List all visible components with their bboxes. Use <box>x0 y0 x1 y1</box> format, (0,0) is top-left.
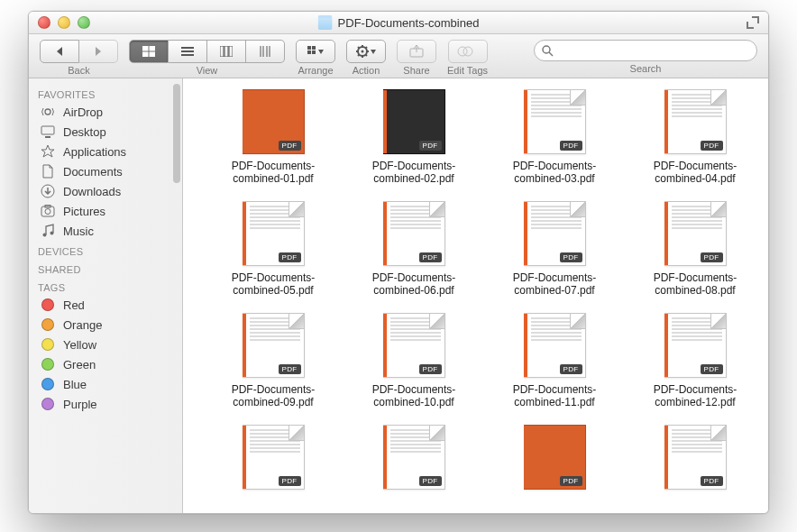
arrange-icon <box>307 46 324 57</box>
sidebar-item-label: Pictures <box>63 205 105 218</box>
sidebar-item-downloads[interactable]: Downloads <box>29 181 182 201</box>
svg-line-29 <box>366 47 368 49</box>
close-window-button[interactable] <box>38 16 50 29</box>
column-view-button[interactable] <box>207 40 246 63</box>
tag-dot-icon <box>41 298 54 311</box>
sidebar-tag-label: Green <box>63 358 96 371</box>
pdf-thumbnail-icon: PDF <box>383 89 445 154</box>
pdf-thumbnail-icon: PDF <box>524 89 586 154</box>
pdf-badge: PDF <box>279 364 301 374</box>
svg-marker-20 <box>318 50 324 54</box>
pdf-badge: PDF <box>701 141 723 151</box>
sidebar-item-pictures[interactable]: Pictures <box>29 201 182 221</box>
list-icon <box>181 46 194 57</box>
svg-rect-11 <box>229 46 233 57</box>
sidebar-header-shared: SHARED <box>29 259 182 277</box>
action-button[interactable] <box>346 40 386 63</box>
svg-rect-18 <box>307 50 311 54</box>
file-item[interactable]: PDFPDF-Documents-combined-09.pdf <box>210 313 336 408</box>
pdf-thumbnail-icon: PDF <box>524 313 586 378</box>
pictures-icon <box>40 204 56 218</box>
edit-tags-button[interactable] <box>448 40 488 63</box>
file-item[interactable]: PDFPDF-Documents-combined-08.pdf <box>632 201 758 297</box>
svg-rect-5 <box>150 52 155 57</box>
svg-point-45 <box>45 209 50 215</box>
file-item[interactable]: PDF <box>210 425 336 495</box>
pdf-badge: PDF <box>701 476 723 486</box>
file-item[interactable]: PDFPDF-Documents-combined-05.pdf <box>210 201 336 297</box>
file-name: PDF-Documents-combined-09.pdf <box>210 383 336 408</box>
arrange-button[interactable] <box>296 40 335 63</box>
file-item[interactable]: PDFPDF-Documents-combined-04.pdf <box>632 89 758 185</box>
minimize-window-button[interactable] <box>58 16 70 29</box>
sidebar-tag-orange[interactable]: Orange <box>29 315 182 335</box>
toolbar: Back <box>29 34 768 78</box>
sidebar-tag-blue[interactable]: Blue <box>29 374 182 394</box>
window-body: FAVORITES AirDropDesktopApplicationsDocu… <box>29 78 768 513</box>
pdf-badge: PDF <box>419 364 442 374</box>
share-icon <box>409 45 424 58</box>
sidebar-item-label: AirDrop <box>63 105 103 119</box>
file-item[interactable]: PDF <box>491 425 618 495</box>
file-item[interactable]: PDFPDF-Documents-combined-11.pdf <box>491 313 618 408</box>
search-label: Search <box>630 63 662 74</box>
sidebar-item-documents[interactable]: Documents <box>29 161 182 181</box>
pdf-thumbnail-icon: PDF <box>383 201 445 266</box>
forward-button[interactable] <box>79 40 118 63</box>
file-name: PDF-Documents-combined-01.pdf <box>210 160 336 185</box>
svg-point-34 <box>458 47 467 56</box>
file-name: PDF-Documents-combined-07.pdf <box>491 271 618 297</box>
file-item[interactable]: PDFPDF-Documents-combined-12.pdf <box>632 313 758 408</box>
file-item[interactable]: PDF <box>351 425 477 495</box>
sidebar-item-label: Music <box>63 225 94 238</box>
sidebar-item-apps[interactable]: Applications <box>29 142 182 161</box>
sidebar-scrollbar[interactable] <box>173 84 180 183</box>
pdf-badge: PDF <box>279 476 301 486</box>
share-button[interactable] <box>397 40 436 63</box>
zoom-window-button[interactable] <box>78 16 90 29</box>
file-item[interactable]: PDFPDF-Documents-combined-10.pdf <box>351 313 477 408</box>
svg-rect-39 <box>41 126 54 134</box>
sidebar-item-desktop[interactable]: Desktop <box>29 122 182 142</box>
svg-line-28 <box>366 55 368 57</box>
icon-view-button[interactable] <box>129 40 169 63</box>
sidebar-tag-yellow[interactable]: Yellow <box>29 335 182 354</box>
file-item[interactable]: PDFPDF-Documents-combined-02.pdf <box>351 89 477 185</box>
documents-icon <box>40 164 56 179</box>
file-item[interactable]: PDFPDF-Documents-combined-03.pdf <box>491 89 618 185</box>
svg-rect-2 <box>142 46 148 50</box>
sidebar-header-favorites: FAVORITES <box>29 84 182 102</box>
sidebar: FAVORITES AirDropDesktopApplicationsDocu… <box>29 78 183 513</box>
forward-icon <box>94 46 103 57</box>
finder-window: PDF-Documents-combined Back <box>28 11 769 514</box>
svg-point-22 <box>362 50 364 53</box>
search-input[interactable] <box>554 43 749 58</box>
file-item[interactable]: PDF <box>632 425 758 495</box>
file-browser[interactable]: PDFPDF-Documents-combined-01.pdfPDFPDF-D… <box>183 78 768 513</box>
svg-marker-41 <box>41 145 54 157</box>
sidebar-item-music[interactable]: Music <box>29 221 182 241</box>
file-name: PDF-Documents-combined-08.pdf <box>632 271 758 297</box>
pdf-badge: PDF <box>560 141 582 151</box>
file-item[interactable]: PDFPDF-Documents-combined-06.pdf <box>351 201 477 297</box>
coverflow-view-button[interactable] <box>246 40 285 63</box>
pdf-thumbnail-icon: PDF <box>243 425 305 490</box>
sidebar-tag-red[interactable]: Red <box>29 295 182 315</box>
search-field[interactable] <box>534 40 757 61</box>
sidebar-item-airdrop[interactable]: AirDrop <box>29 102 182 122</box>
pdf-thumbnail-icon: PDF <box>524 425 586 490</box>
back-button[interactable] <box>40 40 79 63</box>
tag-dot-icon <box>41 338 54 351</box>
svg-rect-10 <box>224 46 228 57</box>
pdf-badge: PDF <box>560 476 582 486</box>
file-item[interactable]: PDFPDF-Documents-combined-01.pdf <box>210 89 336 185</box>
list-view-button[interactable] <box>169 40 207 63</box>
coverflow-icon <box>259 46 271 57</box>
file-item[interactable]: PDFPDF-Documents-combined-07.pdf <box>491 201 618 297</box>
back-forward-control <box>40 40 118 63</box>
fullscreen-button[interactable] <box>747 16 759 29</box>
sidebar-tag-purple[interactable]: Purple <box>29 394 182 414</box>
view-switcher <box>129 40 285 63</box>
sidebar-tag-green[interactable]: Green <box>29 354 182 374</box>
sidebar-item-label: Desktop <box>63 125 106 139</box>
